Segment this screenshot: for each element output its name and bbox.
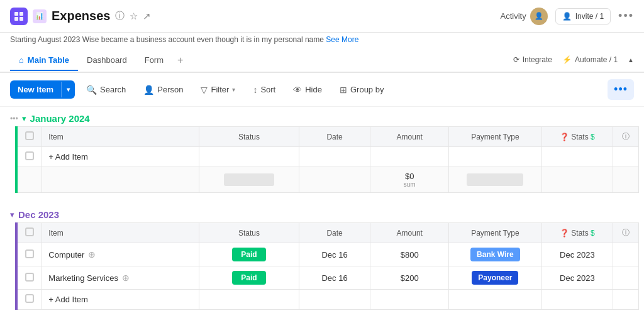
group-jan-label: January 2024 <box>30 113 90 124</box>
jan-footer-check <box>16 167 42 193</box>
info-icon-jan[interactable]: ⓘ <box>622 132 630 141</box>
new-item-label[interactable]: New Item <box>10 80 61 99</box>
collapse-icon[interactable]: ▲ <box>628 57 634 63</box>
group-jan-table-wrapper: Item Status Date Amount Payment Type ❓ S… <box>15 126 639 193</box>
add-check-dec[interactable] <box>25 294 34 303</box>
subtitle-bar: Starting August 2023 Wise became a busin… <box>0 33 644 48</box>
jan-footer-payment-bar <box>467 173 523 186</box>
new-item-chevron-icon[interactable]: ▾ <box>61 82 75 97</box>
hide-label: Hide <box>305 85 322 94</box>
group-dec-table-wrapper: Item Status Date Amount Payment Type ❓ S… <box>15 222 639 310</box>
jan-add-item-row: + Add Item <box>16 147 639 167</box>
automate-button[interactable]: ⚡ Automate / 1 <box>562 55 618 64</box>
person-icon: 👤 <box>143 85 154 95</box>
row1-status-badge[interactable]: Paid <box>232 248 265 261</box>
help-icon[interactable]: ⓘ <box>115 10 125 22</box>
col-stats-jan: ❓ Stats $ <box>541 127 613 147</box>
row1-stats-cell: Dec 2023 <box>541 243 613 266</box>
row1-check <box>16 243 42 266</box>
select-all-checkbox-dec[interactable] <box>25 227 34 236</box>
col-payment-dec: Payment Type <box>449 223 542 243</box>
tab-main-table[interactable]: ⌂ Main Table <box>10 50 78 71</box>
jan-add-info <box>613 147 639 167</box>
activity-button[interactable]: Activity 👤 <box>501 8 548 25</box>
group-dec2023: ▾ Dec 2023 Item Status Date Amount Payme… <box>5 203 639 310</box>
filter-icon: ▽ <box>201 85 208 95</box>
row1-checkbox[interactable] <box>25 249 34 258</box>
tabs-left: ⌂ Main Table Dashboard Form + <box>10 50 188 70</box>
integrate-button[interactable]: ⟳ Integrate <box>513 55 552 64</box>
table-row: Marketing Services ⊕ Paid Dec 16 $200 Pa… <box>16 266 639 290</box>
col-payment-jan: Payment Type <box>449 127 542 147</box>
col-stats-dec: ❓ Stats $ <box>541 223 613 243</box>
dec-table: Item Status Date Amount Payment Type ❓ S… <box>15 222 639 310</box>
tab-bar: ⌂ Main Table Dashboard Form + ⟳ Integrat… <box>0 48 644 73</box>
stats-dollar-icon: $ <box>591 133 595 141</box>
svg-rect-1 <box>19 12 23 16</box>
select-all-checkbox-jan[interactable] <box>25 131 34 140</box>
jan-add-item-cell[interactable]: + Add Item <box>42 147 199 167</box>
group-by-label: Group by <box>350 85 384 94</box>
group-jan-dots[interactable]: ••• <box>10 114 18 123</box>
group-jan2024: ••• ▾ January 2024 Item Status Date Amou… <box>5 107 639 193</box>
header-more-button[interactable]: ••• <box>618 9 634 23</box>
tabs-right: ⟳ Integrate ⚡ Automate / 1 ▲ <box>513 55 634 64</box>
tab-dashboard[interactable]: Dashboard <box>78 50 136 71</box>
add-item-label-dec[interactable]: + Add Item <box>48 295 88 304</box>
add-item-label-jan[interactable]: + Add Item <box>48 152 88 162</box>
dec-add-item-cell[interactable]: + Add Item <box>42 290 199 310</box>
search-button[interactable]: 🔍 Search <box>80 81 132 99</box>
person-button[interactable]: 👤 Person <box>137 81 189 99</box>
row2-status-badge[interactable]: Paid <box>232 271 265 285</box>
row1-add-subitem-icon[interactable]: ⊕ <box>88 249 96 260</box>
new-item-button[interactable]: New Item ▾ <box>10 80 75 99</box>
row2-checkbox[interactable] <box>25 273 34 282</box>
jan-add-stats <box>541 147 613 167</box>
col-amount-dec: Amount <box>370 223 449 243</box>
jan-add-check <box>16 147 42 167</box>
group-dec-chevron[interactable]: ▾ <box>10 210 14 219</box>
group-dec-label: Dec 2023 <box>18 209 59 220</box>
integrate-icon: ⟳ <box>513 55 519 64</box>
row1-item-name[interactable]: Computer <box>48 250 84 260</box>
row2-check <box>16 266 42 290</box>
col-info-jan: ⓘ <box>613 127 639 147</box>
row1-payment-badge[interactable]: Bank Wire <box>470 248 520 261</box>
svg-rect-3 <box>19 17 23 21</box>
row2-add-subitem-icon[interactable]: ⊕ <box>122 273 130 283</box>
dec-add-check <box>16 290 42 310</box>
tab-form-label: Form <box>145 55 164 65</box>
jan-footer-payment <box>449 167 542 193</box>
jan-footer-status <box>199 167 299 193</box>
col-date-jan: Date <box>299 127 370 147</box>
row2-stats-cell: Dec 2023 <box>541 266 613 290</box>
dec-add-info <box>613 290 639 310</box>
row2-status-cell: Paid <box>199 266 299 290</box>
external-link-icon[interactable]: ↗ <box>143 11 151 22</box>
group-by-button[interactable]: ⊞ Group by <box>333 81 390 99</box>
sort-button[interactable]: ↕ Sort <box>247 81 282 99</box>
stats-question-icon-dec: ❓ <box>560 229 569 238</box>
row2-item-name[interactable]: Marketing Services <box>48 273 118 283</box>
jan-add-status <box>199 147 299 167</box>
hide-icon: 👁 <box>293 85 302 95</box>
hide-button[interactable]: 👁 Hide <box>287 81 328 99</box>
add-tab-button[interactable]: + <box>172 50 188 71</box>
group-jan-chevron[interactable]: ▾ <box>22 114 26 123</box>
tab-form[interactable]: Form <box>136 50 172 71</box>
row1-status-cell: Paid <box>199 243 299 266</box>
add-check-jan[interactable] <box>25 151 34 160</box>
tab-main-table-label: Main Table <box>28 55 69 65</box>
info-icon-dec[interactable]: ⓘ <box>622 228 630 237</box>
star-icon[interactable]: ☆ <box>130 11 138 22</box>
row2-item-cell: Marketing Services ⊕ <box>42 266 199 290</box>
activity-label: Activity <box>501 11 526 21</box>
toolbar-more-button[interactable]: ••• <box>608 79 634 100</box>
header-left: 📊 Expenses ⓘ ☆ ↗ <box>10 8 151 25</box>
row1-amount-cell: $800 <box>370 243 449 266</box>
filter-button[interactable]: ▽ Filter ▾ <box>194 81 242 99</box>
row2-payment-badge[interactable]: Payoneer <box>472 271 518 285</box>
see-more-link[interactable]: See More <box>326 35 358 44</box>
invite-button[interactable]: 👤 Invite / 1 <box>555 8 611 25</box>
col-item-jan: Item <box>42 127 199 147</box>
